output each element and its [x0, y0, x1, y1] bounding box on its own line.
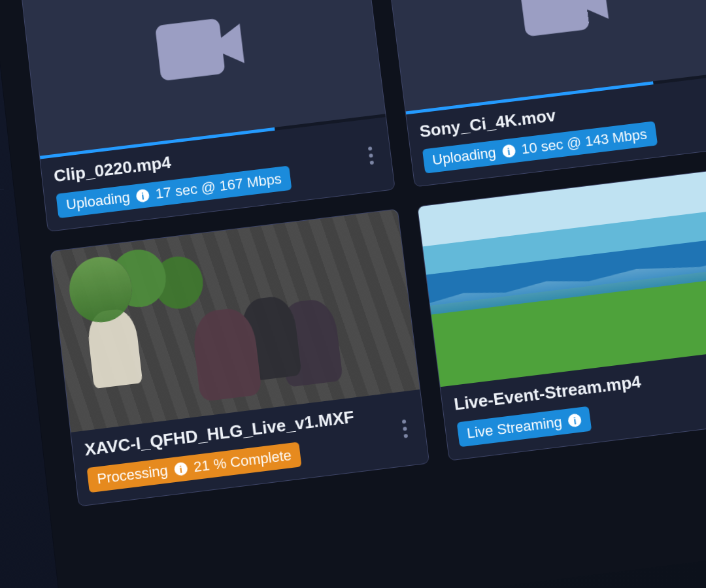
status-label: Uploading [431, 144, 497, 169]
status-label: Uploading [65, 189, 131, 213]
status-stat: 17 sec @ 167 Mbps [155, 171, 282, 203]
file-card[interactable]: Live-Event-Stream.mp4 Live Streaming i [416, 164, 706, 461]
info-icon[interactable]: i [135, 189, 150, 203]
sidebar-item-package[interactable] [0, 213, 8, 251]
info-icon[interactable]: i [501, 144, 516, 158]
info-icon[interactable]: i [174, 462, 188, 476]
more-menu-button[interactable] [390, 414, 420, 444]
sidebar-separator [0, 189, 4, 195]
file-card[interactable]: Clip_0220.mp4 Uploading i 17 sec @ 167 M… [20, 0, 395, 232]
video-icon [513, 0, 621, 59]
status-stat: 10 sec @ 143 Mbps [520, 126, 648, 158]
more-menu-button[interactable] [356, 141, 385, 170]
file-card[interactable]: XAVC-I_QFHD_HLG_Live_v1.MXF Processing i… [50, 208, 429, 506]
status-label: Live Streaming [466, 414, 563, 442]
status-stat: 21 % Complete [193, 447, 292, 476]
files-panel: FILES Clip_0220.mp4 U [0, 0, 706, 588]
file-thumbnail [418, 165, 706, 387]
status-chip-live[interactable]: Live Streaming i [456, 406, 592, 448]
file-card[interactable]: Sony_Ci_4K.mov Uploading i 10 sec @ 143 … [383, 0, 706, 188]
video-icon [149, 0, 256, 104]
file-grid: Clip_0220.mp4 Uploading i 17 sec @ 167 M… [20, 0, 706, 507]
status-label: Processing [96, 462, 169, 487]
info-icon[interactable]: i [567, 413, 582, 427]
